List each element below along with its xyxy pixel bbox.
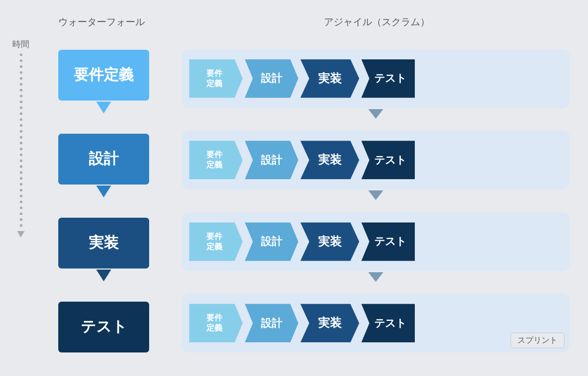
time-dot [20, 106, 22, 109]
time-dot [20, 195, 22, 197]
header-agile: アジャイル（スクラム） [176, 16, 577, 28]
sprint-row-1: 要件定義 設計 実装 テスト [182, 49, 570, 108]
time-dot [20, 148, 22, 150]
header-waterfall: ウォーターフォール [11, 16, 176, 28]
sprint4-sekkei: 設計 [245, 304, 298, 342]
sprint4-jisso: 実装 [300, 304, 359, 342]
sprint2-sekkei: 設計 [245, 141, 298, 179]
time-dot [20, 59, 22, 62]
time-dot [20, 189, 22, 191]
time-arrow-down [17, 231, 25, 237]
time-dot [20, 95, 22, 97]
time-dot [20, 142, 22, 144]
sprint3-arrow-down [368, 272, 383, 282]
wf-test-label: テスト [81, 317, 127, 337]
wf-block-yoken: 要件定義 [58, 50, 149, 114]
time-dot [20, 218, 22, 221]
wf-block-jisso: 実装 [58, 218, 149, 282]
time-dot [20, 165, 22, 168]
content-row: 時間 [11, 35, 577, 367]
time-dot [20, 224, 22, 227]
time-dot [20, 206, 22, 209]
time-dot [20, 136, 22, 139]
time-dot [20, 154, 22, 156]
time-dot [20, 171, 22, 174]
time-dot [20, 83, 22, 86]
header-row: ウォーターフォール アジャイル（スクラム） [11, 9, 577, 35]
sprint2-arrow-down [368, 190, 383, 200]
sprint-row-4: 要件定義 設計 実装 テスト スプリント [182, 294, 570, 352]
sprint-row-3: 要件定義 設計 実装 テスト [182, 212, 570, 271]
time-dot [20, 183, 22, 186]
wf-yoken-label: 要件定義 [74, 65, 134, 85]
time-dot [20, 201, 22, 203]
wf-arrow-2 [96, 186, 111, 197]
sprint3-sekkei: 設計 [245, 222, 298, 261]
sprint-label: スプリント [510, 333, 564, 348]
sprint1-test: テスト [361, 59, 415, 98]
waterfall-panel: 要件定義 設計 実装 [31, 35, 176, 367]
time-dot [20, 89, 22, 91]
time-dot [20, 71, 22, 74]
wf-sekkei-label: 設計 [89, 149, 119, 169]
sprint1-jisso: 実装 [300, 59, 359, 98]
time-dot [20, 124, 22, 127]
time-dot [20, 159, 22, 162]
sprint3-jisso: 実装 [300, 222, 359, 261]
left-panel: 時間 [11, 35, 176, 367]
time-axis: 時間 [11, 35, 31, 367]
time-dot [20, 101, 22, 103]
sprint-row-2: 要件定義 設計 実装 テスト [182, 131, 570, 189]
time-dots [17, 53, 25, 367]
sprint4-yoken: 要件定義 [189, 304, 243, 342]
sprint4-test: テスト [361, 304, 415, 342]
time-dot [20, 112, 22, 115]
sprint1-yoken: 要件定義 [189, 59, 243, 98]
diagram-container: ウォーターフォール アジャイル（スクラム） 時間 [11, 9, 577, 367]
sprint1-arrow-down [368, 109, 383, 119]
wf-jisso-label: 実装 [89, 233, 119, 253]
sprint2-test: テスト [361, 141, 415, 179]
wf-test-block: テスト [58, 302, 149, 352]
time-dot [20, 118, 22, 121]
time-dot [20, 65, 22, 68]
time-dot [20, 77, 22, 80]
wf-arrow-3 [96, 270, 111, 281]
wf-block-sekkei: 設計 [58, 134, 149, 198]
time-dot [20, 177, 22, 180]
wf-sekkei-block: 設計 [58, 134, 149, 185]
sprint2-jisso: 実装 [300, 141, 359, 179]
wf-yoken-block: 要件定義 [58, 50, 149, 101]
time-dot [20, 130, 22, 133]
sprint3-test: テスト [361, 222, 415, 261]
sprint2-yoken: 要件定義 [189, 141, 243, 179]
sprint3-yoken: 要件定義 [189, 222, 243, 261]
sprint1-sekkei: 設計 [245, 59, 298, 98]
wf-arrow-1 [96, 102, 111, 113]
time-dot [20, 212, 22, 215]
wf-block-test: テスト [58, 302, 149, 352]
wf-jisso-block: 実装 [58, 218, 149, 268]
right-panel: 要件定義 設計 実装 テスト 要件定義 設計 実装 テスト 要件定義 設計 実装… [176, 35, 577, 367]
time-dot [20, 53, 22, 56]
time-label: 時間 [12, 39, 29, 50]
